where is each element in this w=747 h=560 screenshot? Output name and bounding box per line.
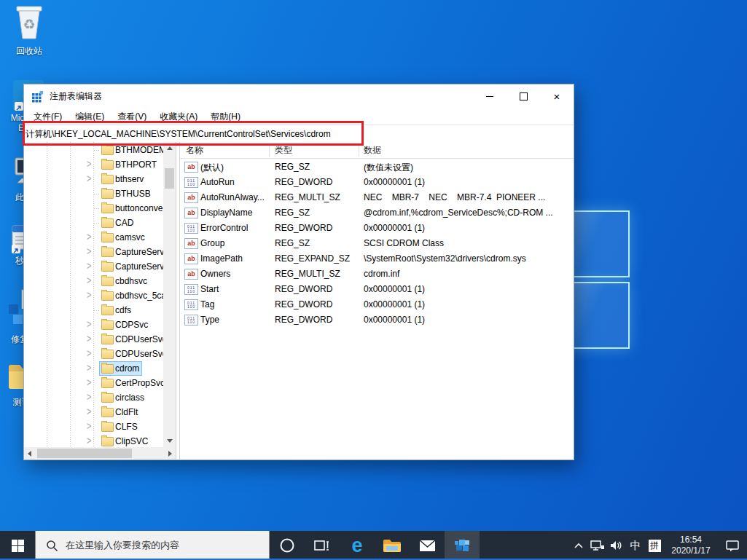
expand-chevron-icon[interactable]: >: [87, 172, 91, 184]
tree-item-CaptureServ[interactable]: >CaptureServ: [24, 259, 163, 274]
scrollbar-thumb[interactable]: [165, 168, 174, 189]
menu-file[interactable]: 文件(F): [27, 111, 69, 123]
expand-chevron-icon[interactable]: >: [87, 274, 91, 285]
menu-view[interactable]: 查看(V): [111, 111, 153, 123]
tree-item-body[interactable]: CaptureServ: [100, 245, 163, 259]
close-button[interactable]: ×: [540, 84, 574, 109]
desktop-icon-recycle-bin[interactable]: ♻ 回收站: [6, 4, 52, 56]
tree-item-body[interactable]: bthserv: [100, 173, 146, 186]
tree-item-body[interactable]: circlass: [100, 391, 146, 404]
taskbar-search-input[interactable]: 在这里输入你要搜索的内容: [35, 531, 270, 560]
value-row-ErrorControl[interactable]: 011110ErrorControlREG_DWORD0x00000001 (1…: [180, 221, 574, 236]
tree-item-body[interactable]: ClipSVC: [100, 435, 150, 448]
value-row-Type[interactable]: 011110TypeREG_DWORD0x00000001 (1): [180, 312, 574, 328]
address-bar[interactable]: 计算机\HKEY_LOCAL_MACHINE\SYSTEM\CurrentCon…: [24, 125, 574, 143]
tree-item-CDPUserSvc[interactable]: >CDPUserSvc: [24, 332, 163, 347]
menu-edit[interactable]: 编辑(E): [69, 111, 111, 123]
tree-item-body[interactable]: CaptureServ: [100, 260, 163, 273]
tree-item-CAD[interactable]: CAD: [24, 216, 163, 230]
value-row-AutoRunAlway...[interactable]: abAutoRunAlway...REG_MULTI_SZNEC MBR-7 N…: [180, 190, 574, 205]
tree-item-cdfs[interactable]: cdfs: [24, 303, 163, 318]
tree-item-body[interactable]: camsvc: [100, 231, 147, 244]
tree-item-bthserv[interactable]: >bthserv: [24, 172, 163, 186]
tree-item-body[interactable]: BTHMODEM: [100, 143, 163, 157]
registry-values-panel[interactable]: 名称 类型 数据 ab(默认)REG_SZ(数值未设置)011110AutoRu…: [179, 142, 574, 460]
registry-editor-taskbar-button[interactable]: [445, 531, 480, 560]
expand-chevron-icon[interactable]: >: [87, 347, 91, 358]
column-separator[interactable]: [269, 143, 270, 157]
tree-item-body[interactable]: CldFlt: [100, 406, 140, 419]
tree-item-body[interactable]: CDPUserSvc: [100, 347, 163, 360]
tree-item-body[interactable]: cdrom: [100, 362, 141, 375]
tree-item-CertPropSvc[interactable]: >CertPropSvc: [24, 376, 163, 390]
tree-item-body[interactable]: cbdhsvc_5ca: [100, 289, 163, 302]
expand-chevron-icon[interactable]: >: [87, 157, 91, 169]
tree-item-circlass[interactable]: >circlass: [24, 390, 163, 405]
expand-chevron-icon[interactable]: >: [87, 245, 91, 256]
tree-item-CDPSvc[interactable]: >CDPSvc: [24, 318, 163, 332]
expand-chevron-icon[interactable]: >: [87, 361, 91, 373]
tree-item-body[interactable]: cdfs: [100, 304, 133, 317]
tree-item-body[interactable]: CDPSvc: [100, 318, 150, 331]
scroll-down-icon[interactable]: [167, 439, 173, 443]
tree-item-CLFS[interactable]: >CLFS: [24, 419, 163, 434]
scrollbar-thumb[interactable]: [37, 449, 132, 458]
tree-item-body[interactable]: CDPUserSvc: [100, 333, 163, 346]
task-view-button[interactable]: [305, 531, 340, 560]
column-header-data[interactable]: 数据: [364, 142, 381, 158]
action-center-button[interactable]: [718, 531, 747, 560]
menu-help[interactable]: 帮助(H): [204, 111, 247, 123]
scroll-left-icon[interactable]: [28, 451, 31, 457]
tree-item-cbdhsvc_5ca[interactable]: >cbdhsvc_5ca: [24, 288, 163, 303]
value-row-ImagePath[interactable]: abImagePathREG_EXPAND_SZ\SystemRoot\Syst…: [180, 251, 574, 267]
column-header-type[interactable]: 类型: [275, 142, 292, 158]
value-row-Owners[interactable]: abOwnersREG_MULTI_SZcdrom.inf: [180, 267, 574, 282]
network-icon[interactable]: [588, 531, 607, 560]
scroll-up-icon[interactable]: [167, 146, 173, 150]
expand-chevron-icon[interactable]: >: [87, 259, 91, 271]
tree-item-BTHUSB[interactable]: BTHUSB: [24, 186, 163, 201]
tree-item-cbdhsvc[interactable]: >cbdhsvc: [24, 274, 163, 288]
expand-chevron-icon[interactable]: >: [87, 230, 91, 242]
tree-item-body[interactable]: BTHUSB: [100, 187, 153, 200]
maximize-button[interactable]: [507, 84, 540, 109]
value-row-Tag[interactable]: 011110TagREG_DWORD0x00000001 (1): [180, 297, 574, 312]
taskbar-clock[interactable]: 16:54 2020/1/17: [664, 535, 718, 556]
tree-item-body[interactable]: buttonconve: [100, 202, 163, 215]
scroll-right-icon[interactable]: [168, 451, 172, 457]
tree-item-CDPUserSvc[interactable]: >CDPUserSvc: [24, 347, 163, 361]
column-separator[interactable]: [359, 143, 359, 157]
menu-favorites[interactable]: 收藏夹(A): [153, 111, 204, 123]
tree-item-body[interactable]: CAD: [100, 216, 136, 229]
expand-chevron-icon[interactable]: >: [87, 390, 91, 402]
value-row-Start[interactable]: 011110StartREG_DWORD0x00000001 (1): [180, 282, 574, 297]
tree-vertical-scrollbar[interactable]: [163, 142, 176, 447]
title-bar[interactable]: 注册表编辑器 ×: [24, 84, 574, 109]
tree-item-body[interactable]: BTHPORT: [100, 158, 159, 171]
tree-item-buttonconve[interactable]: buttonconve: [24, 201, 163, 216]
tray-expand-chevron-icon[interactable]: [569, 531, 588, 560]
column-header-name[interactable]: 名称: [186, 142, 203, 158]
start-button[interactable]: [0, 531, 35, 560]
tree-horizontal-scrollbar[interactable]: [24, 447, 176, 460]
tree-item-body[interactable]: CertPropSvc: [100, 376, 163, 390]
value-row-Group[interactable]: abGroupREG_SZSCSI CDROM Class: [180, 236, 574, 251]
tree-item-body[interactable]: cbdhsvc: [100, 275, 149, 288]
tree-item-body[interactable]: CLFS: [100, 420, 140, 433]
cortana-button[interactable]: [270, 531, 305, 560]
expand-chevron-icon[interactable]: >: [87, 288, 91, 300]
value-row-(默认)[interactable]: ab(默认)REG_SZ(数值未设置): [180, 159, 574, 175]
ime-indicator[interactable]: 中: [626, 531, 645, 560]
expand-chevron-icon[interactable]: >: [87, 419, 91, 431]
tree-item-CaptureServ[interactable]: >CaptureServ: [24, 245, 163, 259]
tree-item-BTHPORT[interactable]: >BTHPORT: [24, 157, 163, 172]
expand-chevron-icon[interactable]: >: [87, 318, 91, 329]
edge-taskbar-button[interactable]: e: [340, 531, 375, 560]
expand-chevron-icon[interactable]: >: [87, 332, 91, 344]
tree-item-CldFlt[interactable]: >CldFlt: [24, 405, 163, 419]
registry-tree-panel[interactable]: BTHMODEM>BTHPORT>bthservBTHUSBbuttonconv…: [24, 142, 176, 460]
mail-button[interactable]: [410, 531, 445, 560]
minimize-button[interactable]: [473, 84, 507, 109]
file-explorer-button[interactable]: [375, 531, 410, 560]
volume-icon[interactable]: [607, 531, 626, 560]
